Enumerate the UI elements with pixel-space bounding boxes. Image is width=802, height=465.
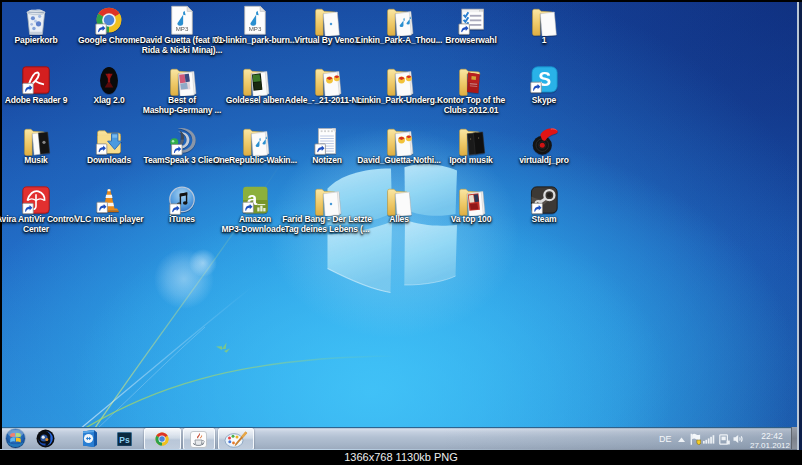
svg-text:♪: ♪ — [470, 137, 472, 141]
svg-text:MP3: MP3 — [176, 25, 189, 32]
svg-text:♪: ♪ — [478, 136, 480, 140]
svg-text:MP3: MP3 — [249, 25, 262, 32]
svg-text:Ps: Ps — [119, 434, 130, 444]
